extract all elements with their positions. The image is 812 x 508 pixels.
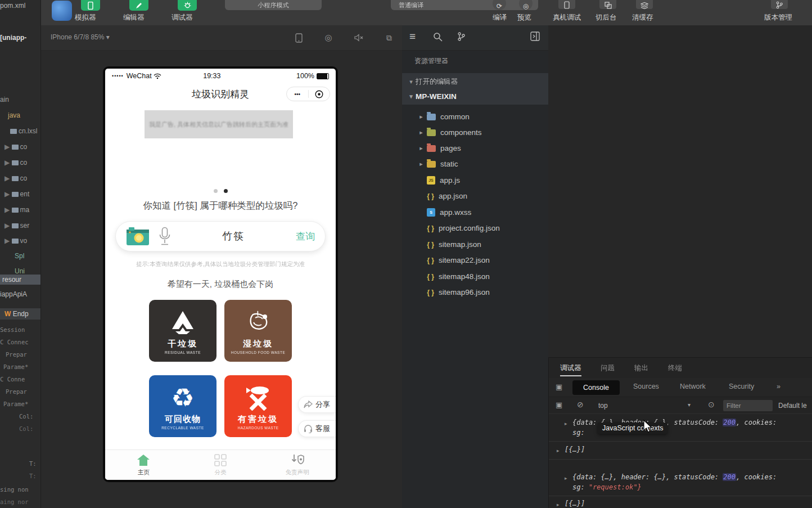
file-row[interactable]: { }sitemap.json xyxy=(402,237,548,252)
expand-arrow-icon[interactable]: ▸ xyxy=(565,421,567,426)
file-row[interactable]: { }sitemap48.json xyxy=(402,269,548,284)
tab-disclaimer[interactable]: 免责声明 xyxy=(259,450,336,480)
ide-tree-item[interactable]: java xyxy=(0,111,41,119)
console-entry-collapsed[interactable]: [{…}] xyxy=(565,446,585,453)
mode-select[interactable]: 小程序模式 xyxy=(225,0,322,10)
ide-tree-item[interactable]: ▶ co xyxy=(0,143,41,151)
search-input[interactable]: 竹筷 xyxy=(171,230,296,243)
console-sidebar-icon[interactable]: ▣ xyxy=(556,401,562,409)
expand-arrow-icon[interactable]: ▸ xyxy=(557,448,560,453)
console-entry[interactable]: {data: {…}, header: {…}, statusCode: 200… xyxy=(572,473,777,481)
search-bar[interactable]: 竹筷 查询 xyxy=(115,221,326,251)
carousel-dot-active[interactable] xyxy=(224,189,228,193)
tile-recyclable-waste[interactable]: ♻ 可回收物 RECYCLABLE WASTE xyxy=(149,375,216,437)
ide-endpoints-row[interactable]: W Endp xyxy=(0,308,41,320)
search-button[interactable] xyxy=(433,32,443,44)
file-row[interactable]: { }sitemap96.json xyxy=(402,285,548,300)
device-selector[interactable]: IPhone 6/7/8 85% ▾ xyxy=(51,33,110,41)
project-root-row[interactable]: ▾MP-WEIXIN xyxy=(402,89,548,104)
ide-tree-item[interactable]: ▶ co xyxy=(0,174,41,182)
tile-residual-waste[interactable]: 干垃圾 RESIDUAL WASTE xyxy=(149,300,216,362)
tab-terminal-cn[interactable]: 终端 xyxy=(668,363,682,373)
ide-project-name[interactable]: [uniapp- xyxy=(0,34,41,42)
eye-button[interactable]: ⊙ xyxy=(708,400,715,409)
tab-output-cn[interactable]: 输出 xyxy=(634,363,648,373)
ide-tree-item[interactable]: ▶ ent xyxy=(0,190,41,198)
folder-row[interactable]: ▸static xyxy=(402,156,548,172)
expand-arrow-icon[interactable]: ▸ xyxy=(565,475,567,481)
ide-tree-item[interactable]: cn.lxsl xyxy=(0,127,41,135)
log-levels-select[interactable]: Default le xyxy=(778,402,807,410)
file-row[interactable]: { }app.json xyxy=(402,188,548,204)
ide-selected-row[interactable]: resour xyxy=(0,275,41,285)
compile-mode-select[interactable]: 普通编译 xyxy=(391,0,538,10)
carousel-dot[interactable] xyxy=(214,189,218,193)
customer-service-button[interactable]: 客服 xyxy=(298,420,336,437)
collapse-panel-button[interactable] xyxy=(530,32,540,43)
file-row[interactable]: JSapp.js xyxy=(402,173,548,188)
tab-home[interactable]: 主页 xyxy=(105,450,182,480)
background-button[interactable] xyxy=(599,0,616,9)
tile-label-zh: 可回收物 xyxy=(165,414,201,425)
version-button[interactable] xyxy=(771,0,788,9)
tab-problems-cn[interactable]: 问题 xyxy=(601,363,615,373)
query-button[interactable]: 查询 xyxy=(296,230,315,243)
tile-food-waste[interactable]: 湿垃圾 HOUSEHOLD FOOD WASTE xyxy=(224,300,292,362)
clear-cache-button[interactable] xyxy=(636,0,653,9)
chevron-down-icon[interactable]: ▾ xyxy=(688,402,691,408)
ide-log-line: aing nor xyxy=(0,498,41,505)
ide-tab-pomxml[interactable]: pom.xml xyxy=(0,2,41,10)
file-row[interactable]: { }sitemap22.json xyxy=(402,253,548,268)
camera-icon[interactable] xyxy=(126,227,150,246)
multi-window-button[interactable]: ⧉ xyxy=(384,32,395,43)
share-button[interactable]: 分享 xyxy=(298,396,336,413)
debugger-button[interactable] xyxy=(178,0,197,11)
more-tabs-button[interactable]: » xyxy=(777,383,781,390)
clear-console-button[interactable]: ⊘ xyxy=(577,400,584,409)
file-row[interactable]: { }project.config.json xyxy=(402,221,548,236)
file-list-button[interactable]: ≡ xyxy=(409,30,416,43)
open-editors-row[interactable]: ▾打开的编辑器 xyxy=(402,74,548,89)
ide-tree-item[interactable]: ▶ vo xyxy=(0,237,41,245)
ide-tree-item[interactable]: Uni xyxy=(0,267,41,275)
ad-banner[interactable]: 我是广告, 具体相关信息以广告跳转后的主页面为准 xyxy=(145,110,293,138)
tab-debugger-cn[interactable]: 调试器 xyxy=(560,363,581,376)
ide-log-line: T: xyxy=(0,473,41,479)
console-filter-input[interactable] xyxy=(723,400,773,411)
background-label: 切后台 xyxy=(596,13,617,23)
git-button[interactable] xyxy=(457,32,465,44)
ide-tree-item[interactable]: ▶ co xyxy=(0,159,41,167)
ide-tree-item[interactable]: iappApiA xyxy=(0,290,41,298)
capsule-target-icon xyxy=(315,90,323,98)
console-entry-collapsed[interactable]: [{…}] xyxy=(565,500,585,507)
frame-context-select[interactable]: top xyxy=(598,402,608,410)
folder-row[interactable]: ▸components xyxy=(402,125,548,140)
expand-arrow-icon[interactable]: ▸ xyxy=(557,502,560,507)
capsule-menu-button[interactable]: ••• xyxy=(287,87,308,101)
tab-security[interactable]: Security xyxy=(729,383,754,390)
ide-tree-item[interactable]: ▶ ma xyxy=(0,206,41,214)
ide-tree-item[interactable]: Spl xyxy=(0,252,41,260)
devtools-dock-icon[interactable]: ▣ xyxy=(556,383,562,391)
tab-category[interactable]: 分类 xyxy=(182,450,259,480)
device-debug-button[interactable] xyxy=(558,0,575,9)
console-separator xyxy=(549,441,812,442)
tab-sources[interactable]: Sources xyxy=(633,383,659,390)
record-button[interactable]: ◎ xyxy=(323,32,334,43)
tab-network[interactable]: Network xyxy=(680,383,706,390)
editor-icon xyxy=(136,2,142,9)
ide-tree-item[interactable]: ain xyxy=(0,96,41,104)
folder-row[interactable]: ▸pages xyxy=(402,141,548,156)
capsule-close-button[interactable] xyxy=(309,87,330,101)
folder-row[interactable]: ▸common xyxy=(402,109,548,124)
simulator-button[interactable] xyxy=(81,0,100,11)
tile-label-zh: 干垃圾 xyxy=(168,339,198,349)
mute-button[interactable] xyxy=(353,32,364,43)
editor-button[interactable] xyxy=(129,0,148,11)
microphone-icon[interactable] xyxy=(159,227,171,246)
tile-hazardous-waste[interactable]: 有害垃圾 HAZARDOUS WASTE xyxy=(224,375,292,437)
file-row[interactable]: Sapp.wxss xyxy=(402,205,548,220)
ide-tree-item[interactable]: ▶ ser xyxy=(0,222,41,230)
tab-console[interactable]: Console xyxy=(572,380,620,395)
rotate-device-button[interactable] xyxy=(293,32,304,43)
